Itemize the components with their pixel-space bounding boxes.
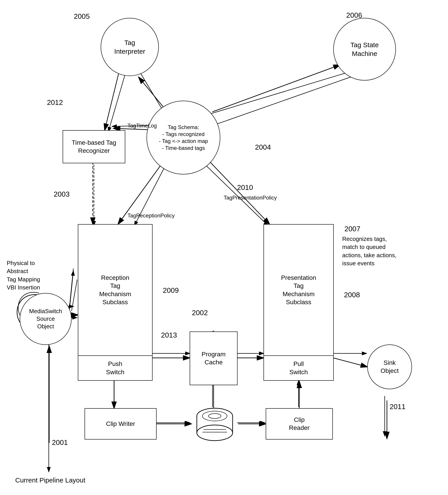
pull-switch-section: PullSwitch: [264, 356, 333, 380]
disk-icon: [192, 407, 237, 442]
media-switch-label: MediaSwitchSourceObject: [29, 308, 62, 330]
tag-schema-label: Tag Schema:- Tags recognized- Tag <-> ac…: [159, 124, 208, 152]
clip-reader-node: ClipReader: [266, 408, 333, 440]
svg-line-28: [139, 77, 165, 110]
ref-2003: 2003: [54, 190, 69, 198]
ref-2001: 2001: [52, 439, 68, 447]
physical-abstract-label: Physical toAbstractTag MappingVBI Insert…: [7, 259, 40, 292]
ref-2011: 2011: [390, 403, 406, 411]
clip-writer-node: Clip Writer: [84, 408, 157, 440]
tag-time-log-label: TagTimeLog: [127, 123, 157, 129]
reception-tag-mechanism-node: ReceptionTagMechanismSubclass PushSwitch: [78, 224, 152, 381]
presentation-tag-mechanism-node: PresentationTagMechanismSubclass PullSwi…: [263, 224, 334, 381]
tag-reception-policy-label: TagReceptionPolicy: [127, 212, 175, 219]
push-switch-section: PushSwitch: [78, 356, 152, 380]
clip-writer-label: Clip Writer: [106, 420, 135, 428]
tag-presentation-policy-label: TagPresentationPolicy: [224, 195, 277, 201]
svg-line-34: [209, 161, 270, 224]
svg-point-49: [197, 425, 233, 441]
recognizes-desc-label: Recognizes tags,match to queuedactions, …: [342, 235, 396, 268]
sink-object-node: SinkObject: [367, 344, 412, 389]
tag-schema-node: Tag Schema:- Tags recognized- Tag <-> ac…: [147, 101, 220, 175]
svg-line-29: [213, 65, 340, 112]
clip-reader-label: ClipReader: [289, 416, 310, 432]
ref-2010: 2010: [237, 183, 253, 192]
tag-interpreter-label: TagInterpreter: [114, 38, 145, 56]
svg-line-5: [195, 69, 358, 119]
svg-line-39: [333, 358, 367, 367]
tag-state-machine-label: Tag StateMachine: [351, 41, 379, 58]
program-cache-label: ProgramCache: [202, 350, 225, 367]
ref-2013: 2013: [161, 331, 177, 339]
sink-object-label: SinkObject: [381, 359, 399, 375]
svg-line-10: [69, 271, 73, 311]
presentation-tag-top: PresentationTagMechanismSubclass: [264, 225, 333, 356]
ref-2004: 2004: [255, 143, 271, 151]
ref-2005: 2005: [74, 12, 90, 21]
ref-2007: 2007: [344, 225, 360, 233]
svg-line-30: [105, 74, 119, 130]
svg-line-2: [108, 74, 125, 132]
ref-2002: 2002: [192, 309, 208, 317]
svg-line-13: [72, 280, 77, 311]
ref-2009: 2009: [163, 286, 179, 295]
reception-tag-top: ReceptionTagMechanismSubclass: [78, 225, 152, 356]
svg-line-9: [197, 157, 268, 226]
time-based-tag-recognizer-node: Time-based TagRecognizer: [63, 130, 125, 163]
current-pipeline-layout-label: Current Pipeline Layout: [15, 476, 85, 484]
diagram-container: TagInterpreter Tag StateMachine Time-bas…: [0, 0, 448, 495]
time-based-tag-recognizer-label: Time-based TagRecognizer: [72, 139, 116, 155]
ref-2008: 2008: [344, 291, 360, 299]
ref-2012: 2012: [47, 98, 63, 107]
program-cache-node: ProgramCache: [190, 331, 238, 385]
tag-state-machine-node: Tag StateMachine: [333, 18, 396, 81]
ref-2006: 2006: [346, 11, 362, 19]
media-switch-source-node: MediaSwitchSourceObject: [20, 293, 72, 345]
svg-line-11: [69, 268, 73, 309]
tag-interpreter-node: TagInterpreter: [101, 18, 159, 76]
